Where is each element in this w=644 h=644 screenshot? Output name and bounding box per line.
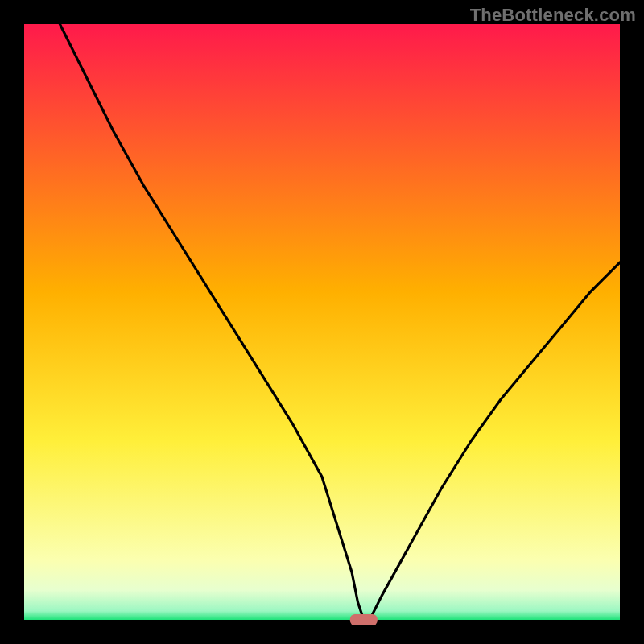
- min-marker: [350, 614, 378, 625]
- watermark-text: TheBottleneck.com: [470, 5, 636, 26]
- chart-container: TheBottleneck.com: [0, 0, 644, 644]
- bottleneck-chart: [0, 0, 644, 644]
- plot-background: [24, 24, 620, 620]
